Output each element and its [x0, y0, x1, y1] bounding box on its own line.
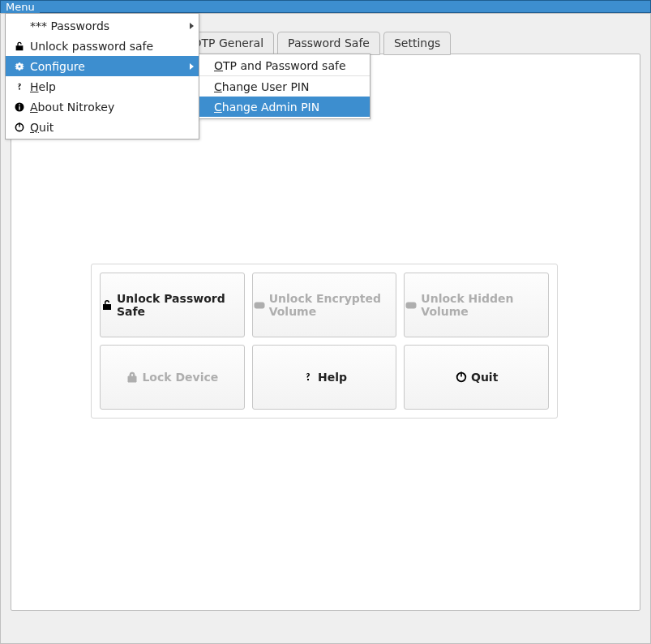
svg-rect-5	[460, 372, 462, 377]
configure-submenu: OTP and Password safe Change User PIN Ch…	[199, 54, 370, 119]
svg-point-1	[262, 305, 263, 307]
submenu-label: OTP and Password safe	[214, 59, 346, 72]
menu-label: About Nitrokey	[30, 101, 184, 114]
drive-icon	[253, 298, 266, 311]
menu-button[interactable]: Menu	[1, 2, 40, 13]
unlock-encrypted-volume-button: Unlock Encrypted Volume	[252, 273, 397, 337]
quit-button[interactable]: Quit	[404, 345, 549, 410]
menu-label: Quit	[30, 121, 184, 134]
unlock-icon	[101, 298, 113, 311]
overview-button-grid: Unlock Password Safe Unlock Encrypted Vo…	[91, 264, 558, 419]
menu-label: Help	[30, 80, 184, 93]
submenu-label: Change User PIN	[214, 80, 309, 93]
lock-device-button: Lock Device	[100, 345, 245, 410]
svg-rect-10	[19, 122, 19, 127]
menu-label: Unlock password safe	[30, 40, 184, 53]
submenu-label: Change Admin PIN	[214, 101, 319, 114]
menu-unlock-password-safe[interactable]: Unlock password safe	[6, 36, 199, 56]
menu-help[interactable]: Help	[6, 76, 199, 97]
chevron-right-icon	[190, 63, 194, 70]
unlock-hidden-volume-button: Unlock Hidden Volume	[404, 273, 549, 337]
chevron-right-icon	[190, 23, 194, 29]
question-icon	[12, 81, 27, 92]
button-label: Unlock Password Safe	[117, 292, 244, 318]
drive-icon	[405, 298, 418, 311]
button-label: Unlock Hidden Volume	[421, 292, 548, 318]
tab-settings[interactable]: Settings	[383, 32, 451, 55]
gear-icon	[12, 61, 27, 72]
button-label: Help	[318, 371, 347, 384]
lock-icon	[126, 371, 139, 384]
question-icon	[302, 371, 315, 384]
power-icon	[455, 371, 468, 384]
button-label: Quit	[471, 371, 498, 384]
svg-point-3	[413, 305, 415, 307]
help-button[interactable]: Help	[252, 345, 397, 410]
info-icon	[12, 101, 27, 113]
menu-about[interactable]: About Nitrokey	[6, 97, 199, 117]
button-label: Lock Device	[142, 371, 218, 384]
submenu-change-user-pin[interactable]: Change User PIN	[199, 76, 370, 97]
unlock-icon	[12, 41, 27, 52]
submenu-change-admin-pin[interactable]: Change Admin PIN	[199, 97, 370, 117]
menu-configure[interactable]: Configure	[6, 56, 199, 76]
menu-quit[interactable]: Quit	[6, 117, 199, 137]
menu-label: Configure	[30, 60, 184, 73]
power-icon	[12, 122, 27, 133]
window-titlebar: Menu	[0, 0, 651, 13]
svg-rect-8	[19, 104, 19, 105]
main-menu: *** Passwords Unlock password safe Confi…	[5, 13, 199, 140]
menu-passwords[interactable]: *** Passwords	[6, 15, 199, 36]
submenu-otp-password-safe[interactable]: OTP and Password safe	[199, 56, 370, 76]
unlock-password-safe-button[interactable]: Unlock Password Safe	[100, 273, 245, 337]
tab-password-safe[interactable]: Password Safe	[277, 32, 380, 55]
menu-label: *** Passwords	[30, 19, 184, 32]
svg-rect-7	[19, 106, 19, 109]
button-label: Unlock Encrypted Volume	[269, 292, 396, 318]
